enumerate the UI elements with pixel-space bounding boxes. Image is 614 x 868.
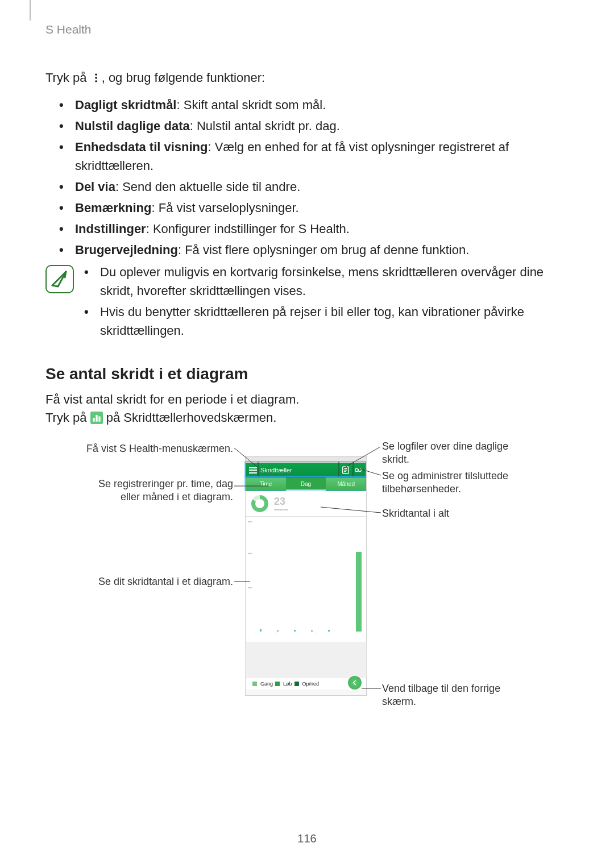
legend-run: Løb bbox=[283, 681, 292, 687]
menu-term: Enhedsdata til visning bbox=[75, 140, 208, 154]
intro-line: Tryk på , og brug følgende funktioner: bbox=[45, 70, 580, 85]
menu-item: Brugervejledning: Få vist flere oplysnin… bbox=[59, 240, 580, 259]
menu-desc: : Få vist flere oplysninger om brug af d… bbox=[178, 243, 469, 257]
menu-item: Del via: Send den aktuelle side til andr… bbox=[59, 177, 580, 196]
callout-chart: Se dit skridtantal i et diagram. bbox=[80, 575, 233, 588]
y-tick: ▬ bbox=[248, 519, 252, 523]
more-icon bbox=[90, 72, 102, 84]
y-tick: ▬ bbox=[248, 585, 252, 589]
callout-tabs: Se registreringer pr. time, dag eller må… bbox=[80, 477, 233, 503]
note-list: Du oplever muligvis en kortvarig forsink… bbox=[84, 263, 580, 342]
svg-point-1 bbox=[95, 77, 97, 78]
menu-list: Dagligt skridtmål: Skift antal skridt so… bbox=[59, 95, 580, 259]
svg-rect-4 bbox=[96, 415, 97, 422]
connector bbox=[321, 507, 381, 515]
summary-value: 23 bbox=[274, 496, 289, 506]
menu-term: Nulstil daglige data bbox=[75, 119, 190, 133]
menu-term: Del via bbox=[75, 180, 115, 194]
callout-accessory: Se og administrer tilsluttede tilbehørse… bbox=[382, 470, 536, 495]
legend-updown: Op/ned bbox=[302, 681, 320, 687]
section-p1: Få vist antal skridt for en periode i et… bbox=[45, 392, 580, 407]
menu-term: Brugervejledning bbox=[75, 243, 178, 257]
highlight-box bbox=[245, 462, 366, 492]
note-icon bbox=[45, 265, 74, 293]
section-heading: Se antal skridt i et diagram bbox=[45, 365, 580, 383]
page-number: 116 bbox=[0, 832, 614, 845]
connector bbox=[234, 581, 250, 582]
callout-total: Skridtantal i alt bbox=[382, 507, 536, 520]
menu-item: Indstillinger: Konfigurer indstillinger … bbox=[59, 219, 580, 238]
intro-prefix: Tryk på bbox=[45, 70, 90, 85]
detail-panel bbox=[246, 642, 366, 678]
y-tick: ▬ bbox=[248, 551, 252, 555]
intro-suffix: , og brug følgende funktioner: bbox=[102, 70, 265, 85]
svg-point-0 bbox=[95, 74, 97, 76]
menu-desc: : Send den aktuelle side til andre. bbox=[115, 180, 300, 194]
page-title: S Health bbox=[45, 23, 580, 36]
summary-sub: ▬▬▬ bbox=[274, 506, 289, 512]
back-fab[interactable] bbox=[348, 676, 362, 690]
menu-item: Dagligt skridtmål: Skift antal skridt so… bbox=[59, 95, 580, 114]
legend-swatch-up bbox=[294, 682, 299, 686]
p2-prefix: Tryk på bbox=[45, 410, 90, 425]
svg-rect-5 bbox=[98, 417, 100, 422]
note-item: Hvis du benytter skridttælleren på rejse… bbox=[84, 302, 580, 340]
menu-desc: : Få vist varseloplysninger. bbox=[151, 201, 298, 215]
donut-icon bbox=[251, 495, 268, 512]
svg-rect-19 bbox=[245, 462, 366, 476]
menu-desc: : Konfigurer indstillinger for S Health. bbox=[146, 222, 350, 236]
section-p2: Tryk på på Skridttællerhovedskærmen. bbox=[45, 410, 580, 425]
page-tab-mark bbox=[30, 0, 31, 20]
connector bbox=[362, 688, 381, 689]
p2-suffix: på Skridttællerhovedskærmen. bbox=[103, 410, 277, 425]
svg-point-2 bbox=[95, 80, 97, 82]
svg-line-17 bbox=[321, 507, 381, 513]
svg-rect-3 bbox=[93, 418, 94, 422]
menu-desc: : Skift antal skridt som mål. bbox=[176, 98, 326, 112]
today-bar bbox=[356, 552, 362, 632]
menu-term: Indstillinger bbox=[75, 222, 146, 236]
callout-back: Vend tilbage til den forrige skærm. bbox=[382, 682, 536, 708]
menu-term: Dagligt skridtmål bbox=[75, 98, 176, 112]
menu-item: Enhedsdata til visning: Vælg en enhed fo… bbox=[59, 138, 580, 175]
note-item: Du oplever muligvis en kortvarig forsink… bbox=[84, 263, 580, 300]
menu-item: Bemærkning: Få vist varseloplysninger. bbox=[59, 198, 580, 217]
menu-term: Bemærkning bbox=[75, 201, 151, 215]
callout-menu: Få vist S Health-menuskærmen. bbox=[80, 442, 233, 455]
note-box: Du oplever muligvis en kortvarig forsink… bbox=[45, 263, 580, 342]
bar-chart: ▬ ▬ ▬ •••••• bbox=[246, 517, 366, 642]
menu-desc: : Nulstil antal skridt pr. dag. bbox=[190, 119, 340, 133]
svg-rect-20 bbox=[245, 476, 366, 490]
chart-icon bbox=[90, 412, 103, 424]
legend-swatch-walk bbox=[252, 682, 257, 686]
x-axis: •••••• bbox=[246, 632, 366, 642]
legend-walk: Gang bbox=[260, 681, 273, 687]
legend-swatch-run bbox=[275, 682, 280, 686]
diagram-zone: Skridttæller TimeDagMåned 23 ▬▬▬ ▬ ▬ ▬ bbox=[45, 439, 580, 712]
menu-item: Nulstil daglige data: Nulstil antal skri… bbox=[59, 117, 580, 135]
callout-log: Se logfiler over dine daglige skridt. bbox=[382, 440, 536, 466]
